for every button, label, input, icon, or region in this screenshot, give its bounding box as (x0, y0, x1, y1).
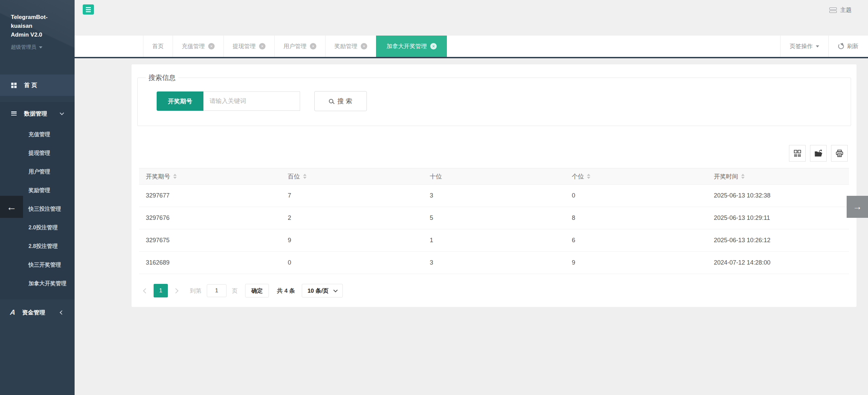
refresh-icon (838, 43, 844, 49)
cell-units: 0 (565, 185, 707, 207)
cell-units: 8 (565, 207, 707, 229)
tab-canada-draws-active[interactable]: 加拿大开奖管理 (376, 36, 447, 57)
pagination: 1 到第 页 确定 共 4 条 10 条/页 (139, 284, 343, 297)
columns-toggle-button[interactable] (789, 145, 806, 162)
content-card: 搜索信息 开奖期号 搜 索 (132, 64, 856, 307)
table-row[interactable]: 3297676 2 5 8 2025-06-13 10:29:11 (139, 207, 849, 229)
cell-draw-time: 2025-06-13 10:32:38 (707, 185, 849, 207)
tab-recharge[interactable]: 充值管理 (173, 36, 223, 57)
goto-suffix-label: 页 (232, 287, 238, 295)
tab-label: 充值管理 (182, 42, 205, 50)
per-page-value: 10 条/页 (308, 287, 329, 295)
col-header-tens[interactable]: 十位 (423, 168, 565, 185)
tab-withdraw[interactable]: 提现管理 (223, 36, 274, 57)
sidebar-home-label: 首 页 (24, 81, 37, 89)
sidebar-item-kuai3-draws[interactable]: 快三开奖管理 (0, 255, 75, 274)
cell-issue: 3297676 (139, 207, 281, 229)
tabbar: 首页 充值管理 提现管理 用户管理 奖励管理 加拿大开奖管理 页签操作 (75, 36, 868, 58)
sort-icon[interactable] (587, 174, 590, 179)
sidebar-collapse-button[interactable] (0, 196, 23, 218)
sidebar-item-2-0-bets[interactable]: 2.0投注管理 (0, 218, 75, 237)
col-label: 百位 (288, 172, 300, 181)
magnifier-icon (329, 99, 333, 103)
tab-operations-label: 页签操作 (790, 42, 813, 50)
results-table: 开奖期号 百位 十位 个位 (139, 168, 849, 274)
keyword-input[interactable] (203, 91, 300, 111)
sidebar-item-data-management[interactable]: 数据管理 (0, 105, 75, 122)
tab-users[interactable]: 用户管理 (274, 36, 325, 57)
cell-issue: 3162689 (139, 252, 281, 274)
tab-label: 加拿大开奖管理 (387, 42, 427, 50)
sidebar-item-funds-management[interactable]: A 资金管理 (0, 305, 75, 320)
col-header-units[interactable]: 个位 (565, 168, 707, 185)
per-page-select[interactable]: 10 条/页 (302, 284, 343, 297)
sort-icon[interactable] (741, 174, 745, 179)
table-row[interactable]: 3297677 7 3 0 2025-06-13 10:32:38 (139, 185, 849, 207)
tab-close-icon[interactable] (430, 43, 437, 49)
col-header-hundreds[interactable]: 百位 (281, 168, 423, 185)
user-role-label: 超级管理员 (11, 44, 36, 50)
theme-icon (829, 7, 837, 13)
refresh-label: 刷新 (847, 42, 859, 50)
toggle-sidebar-button[interactable] (83, 4, 94, 15)
print-icon (836, 150, 843, 157)
cell-hundreds: 9 (281, 229, 423, 252)
col-label: 开奖时间 (714, 172, 738, 181)
total-count-label: 共 4 条 (277, 287, 295, 295)
tab-close-icon[interactable] (310, 43, 316, 49)
sidebar-data-label: 数据管理 (24, 110, 47, 118)
table-row[interactable]: 3162689 0 3 9 2024-07-12 14:28:00 (139, 252, 849, 274)
goto-page-input[interactable] (207, 284, 226, 297)
goto-confirm-button[interactable]: 确定 (245, 284, 269, 297)
table-row[interactable]: 3297675 9 1 6 2025-06-13 10:26:12 (139, 229, 849, 252)
sidebar-item-recharge[interactable]: 充值管理 (0, 125, 75, 144)
sidebar-item-2-8-bets[interactable]: 2.8投注管理 (0, 237, 75, 255)
tab-close-icon[interactable] (208, 43, 215, 49)
app-title-line2: Admin V2.0 (11, 30, 64, 39)
sidebar-item-users[interactable]: 用户管理 (0, 162, 75, 181)
cell-hundreds: 7 (281, 185, 423, 207)
tab-operations-dropdown[interactable]: 页签操作 (780, 36, 828, 57)
search-fieldset: 搜索信息 开奖期号 搜 索 (137, 73, 851, 126)
current-page-button[interactable]: 1 (154, 284, 168, 297)
col-header-issue[interactable]: 开奖期号 (139, 168, 281, 185)
sidebar-item-home[interactable]: 首 页 (0, 75, 75, 96)
cell-tens: 5 (423, 207, 565, 229)
grid-icon (11, 83, 17, 88)
topbar: 主题 (75, 0, 868, 36)
sidebar-funds-label: 资金管理 (22, 309, 45, 316)
export-button[interactable] (810, 145, 827, 162)
tab-label: 提现管理 (233, 42, 256, 50)
tab-rewards[interactable]: 奖励管理 (325, 36, 376, 57)
tab-close-icon[interactable] (361, 43, 367, 49)
refresh-button[interactable]: 刷新 (828, 36, 868, 57)
search-button[interactable]: 搜 索 (314, 91, 367, 111)
panel-expand-button[interactable] (847, 196, 868, 218)
sort-icon[interactable] (303, 174, 307, 179)
cell-issue: 3297677 (139, 185, 281, 207)
theme-button[interactable]: 主题 (829, 6, 852, 14)
tab-close-icon[interactable] (259, 43, 265, 49)
next-page-button[interactable] (169, 289, 182, 293)
tab-home[interactable]: 首页 (143, 36, 173, 57)
prev-page-button[interactable] (139, 289, 152, 293)
search-row: 开奖期号 搜 索 (157, 91, 851, 111)
cell-tens: 1 (423, 229, 565, 252)
col-header-draw-time[interactable]: 开奖时间 (707, 168, 849, 185)
search-button-label: 搜 索 (337, 97, 352, 106)
cell-draw-time: 2025-06-13 10:29:11 (707, 207, 849, 229)
cell-draw-time: 2025-06-13 10:26:12 (707, 229, 849, 252)
sidebar-item-withdraw[interactable]: 提现管理 (0, 144, 75, 162)
col-label: 十位 (430, 172, 442, 181)
print-button[interactable] (831, 145, 848, 162)
caret-down-icon (39, 46, 42, 48)
app-title-line1: TelegramBot-kuaisan (11, 13, 64, 30)
search-field-button[interactable]: 开奖期号 (157, 91, 203, 111)
search-legend: 搜索信息 (146, 73, 178, 82)
sort-icon[interactable] (173, 174, 177, 179)
user-role-dropdown[interactable]: 超级管理员 (11, 44, 64, 50)
cell-units: 9 (565, 252, 707, 274)
tabbar-controls: 页签操作 刷新 (780, 36, 868, 57)
road-icon: A (10, 308, 16, 316)
sidebar-item-canada-draws[interactable]: 加拿大开奖管理 (0, 274, 75, 293)
